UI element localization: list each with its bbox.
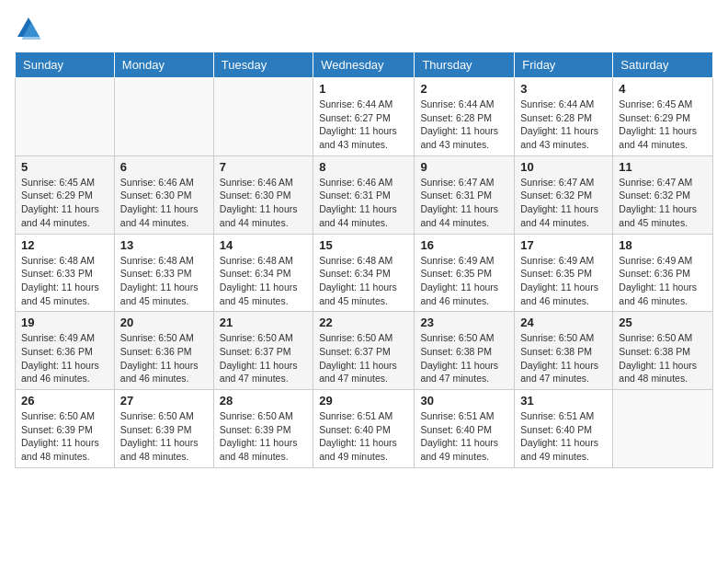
- calendar-cell: 5Sunrise: 6:45 AMSunset: 6:29 PMDaylight…: [16, 155, 115, 234]
- day-number: 3: [520, 82, 607, 96]
- day-header-friday: Friday: [515, 52, 613, 78]
- day-info: Sunrise: 6:49 AMSunset: 6:36 PMDaylight:…: [21, 331, 108, 385]
- calendar-cell: 20Sunrise: 6:50 AMSunset: 6:36 PMDayligh…: [114, 312, 213, 390]
- day-info: Sunrise: 6:50 AMSunset: 6:39 PMDaylight:…: [21, 409, 108, 464]
- calendar-cell: [213, 78, 313, 156]
- calendar-cell: 22Sunrise: 6:50 AMSunset: 6:37 PMDayligh…: [313, 312, 415, 390]
- calendar-cell: 23Sunrise: 6:50 AMSunset: 6:38 PMDayligh…: [415, 312, 515, 390]
- day-number: 23: [420, 316, 508, 329]
- day-info: Sunrise: 6:44 AMSunset: 6:27 PMDaylight:…: [319, 98, 408, 152]
- day-info: Sunrise: 6:49 AMSunset: 6:36 PMDaylight:…: [619, 254, 707, 308]
- day-number: 4: [619, 82, 707, 96]
- day-info: Sunrise: 6:50 AMSunset: 6:38 PMDaylight:…: [520, 331, 607, 385]
- calendar-cell: 1Sunrise: 6:44 AMSunset: 6:27 PMDaylight…: [313, 78, 415, 156]
- day-number: 14: [220, 238, 307, 252]
- day-number: 5: [21, 160, 108, 174]
- day-header-thursday: Thursday: [415, 52, 515, 78]
- calendar-cell: 7Sunrise: 6:46 AMSunset: 6:30 PMDaylight…: [213, 155, 313, 234]
- calendar-cell: 27Sunrise: 6:50 AMSunset: 6:39 PMDayligh…: [114, 390, 213, 468]
- calendar-cell: 11Sunrise: 6:47 AMSunset: 6:32 PMDayligh…: [613, 155, 713, 234]
- logo-icon: [15, 15, 42, 42]
- calendar-cell: [114, 78, 213, 156]
- day-number: 12: [21, 238, 108, 252]
- calendar-cell: 14Sunrise: 6:48 AMSunset: 6:34 PMDayligh…: [213, 234, 313, 312]
- day-number: 19: [21, 316, 108, 329]
- calendar-cell: 30Sunrise: 6:51 AMSunset: 6:40 PMDayligh…: [415, 390, 515, 468]
- day-header-tuesday: Tuesday: [213, 52, 313, 78]
- calendar-cell: 18Sunrise: 6:49 AMSunset: 6:36 PMDayligh…: [613, 234, 713, 312]
- calendar-cell: 9Sunrise: 6:47 AMSunset: 6:31 PMDaylight…: [415, 155, 515, 234]
- calendar-cell: 19Sunrise: 6:49 AMSunset: 6:36 PMDayligh…: [16, 312, 115, 390]
- day-info: Sunrise: 6:45 AMSunset: 6:29 PMDaylight:…: [619, 98, 707, 152]
- calendar-cell: 2Sunrise: 6:44 AMSunset: 6:28 PMDaylight…: [415, 78, 515, 156]
- day-number: 6: [120, 160, 208, 174]
- day-info: Sunrise: 6:47 AMSunset: 6:32 PMDaylight:…: [520, 176, 607, 230]
- calendar-week-row: 5Sunrise: 6:45 AMSunset: 6:29 PMDaylight…: [16, 155, 713, 234]
- calendar-cell: 10Sunrise: 6:47 AMSunset: 6:32 PMDayligh…: [515, 155, 613, 234]
- day-number: 2: [420, 82, 508, 96]
- day-info: Sunrise: 6:44 AMSunset: 6:28 PMDaylight:…: [420, 98, 508, 152]
- day-number: 28: [220, 394, 307, 408]
- calendar-cell: 28Sunrise: 6:50 AMSunset: 6:39 PMDayligh…: [213, 390, 313, 468]
- day-number: 18: [619, 238, 707, 252]
- calendar-cell: 21Sunrise: 6:50 AMSunset: 6:37 PMDayligh…: [213, 312, 313, 390]
- day-number: 9: [420, 160, 508, 174]
- day-number: 8: [319, 160, 408, 174]
- day-info: Sunrise: 6:48 AMSunset: 6:33 PMDaylight:…: [21, 254, 108, 308]
- day-number: 27: [120, 394, 208, 408]
- day-number: 22: [319, 316, 408, 329]
- day-info: Sunrise: 6:48 AMSunset: 6:34 PMDaylight:…: [220, 254, 307, 308]
- calendar-table: SundayMondayTuesdayWednesdayThursdayFrid…: [15, 52, 713, 468]
- day-number: 20: [120, 316, 208, 329]
- day-number: 21: [220, 316, 307, 329]
- day-info: Sunrise: 6:50 AMSunset: 6:37 PMDaylight:…: [220, 331, 307, 385]
- logo: [15, 15, 46, 42]
- day-info: Sunrise: 6:47 AMSunset: 6:31 PMDaylight:…: [420, 176, 508, 230]
- day-info: Sunrise: 6:50 AMSunset: 6:39 PMDaylight:…: [120, 409, 208, 464]
- calendar-cell: 6Sunrise: 6:46 AMSunset: 6:30 PMDaylight…: [114, 155, 213, 234]
- calendar-header-row: SundayMondayTuesdayWednesdayThursdayFrid…: [16, 52, 713, 78]
- calendar-cell: 16Sunrise: 6:49 AMSunset: 6:35 PMDayligh…: [415, 234, 515, 312]
- calendar-cell: 25Sunrise: 6:50 AMSunset: 6:38 PMDayligh…: [613, 312, 713, 390]
- day-info: Sunrise: 6:50 AMSunset: 6:36 PMDaylight:…: [120, 331, 208, 385]
- day-number: 17: [520, 238, 607, 252]
- day-info: Sunrise: 6:47 AMSunset: 6:32 PMDaylight:…: [619, 176, 707, 230]
- calendar-cell: 13Sunrise: 6:48 AMSunset: 6:33 PMDayligh…: [114, 234, 213, 312]
- calendar-cell: 8Sunrise: 6:46 AMSunset: 6:31 PMDaylight…: [313, 155, 415, 234]
- day-info: Sunrise: 6:48 AMSunset: 6:34 PMDaylight:…: [319, 254, 408, 308]
- calendar-cell: 24Sunrise: 6:50 AMSunset: 6:38 PMDayligh…: [515, 312, 613, 390]
- day-number: 29: [319, 394, 408, 408]
- day-number: 13: [120, 238, 208, 252]
- calendar-cell: 12Sunrise: 6:48 AMSunset: 6:33 PMDayligh…: [16, 234, 115, 312]
- day-info: Sunrise: 6:51 AMSunset: 6:40 PMDaylight:…: [520, 409, 607, 464]
- calendar-cell: [613, 390, 713, 468]
- day-number: 1: [319, 82, 408, 96]
- day-number: 11: [619, 160, 707, 174]
- day-number: 31: [520, 394, 607, 408]
- calendar-cell: 31Sunrise: 6:51 AMSunset: 6:40 PMDayligh…: [515, 390, 613, 468]
- calendar-cell: 3Sunrise: 6:44 AMSunset: 6:28 PMDaylight…: [515, 78, 613, 156]
- calendar-cell: 15Sunrise: 6:48 AMSunset: 6:34 PMDayligh…: [313, 234, 415, 312]
- day-info: Sunrise: 6:49 AMSunset: 6:35 PMDaylight:…: [520, 254, 607, 308]
- day-number: 7: [220, 160, 307, 174]
- day-number: 15: [319, 238, 408, 252]
- day-info: Sunrise: 6:50 AMSunset: 6:38 PMDaylight:…: [619, 331, 707, 385]
- day-info: Sunrise: 6:46 AMSunset: 6:30 PMDaylight:…: [120, 176, 208, 230]
- page-header: [15, 15, 713, 42]
- calendar-week-row: 26Sunrise: 6:50 AMSunset: 6:39 PMDayligh…: [16, 390, 713, 468]
- day-info: Sunrise: 6:51 AMSunset: 6:40 PMDaylight:…: [319, 409, 408, 464]
- day-info: Sunrise: 6:50 AMSunset: 6:38 PMDaylight:…: [420, 331, 508, 385]
- calendar-week-row: 1Sunrise: 6:44 AMSunset: 6:27 PMDaylight…: [16, 78, 713, 156]
- calendar-cell: 26Sunrise: 6:50 AMSunset: 6:39 PMDayligh…: [16, 390, 115, 468]
- day-number: 24: [520, 316, 607, 329]
- calendar-week-row: 19Sunrise: 6:49 AMSunset: 6:36 PMDayligh…: [16, 312, 713, 390]
- calendar-cell: 29Sunrise: 6:51 AMSunset: 6:40 PMDayligh…: [313, 390, 415, 468]
- day-info: Sunrise: 6:50 AMSunset: 6:39 PMDaylight:…: [220, 409, 307, 464]
- day-number: 10: [520, 160, 607, 174]
- day-header-sunday: Sunday: [16, 52, 115, 78]
- day-info: Sunrise: 6:50 AMSunset: 6:37 PMDaylight:…: [319, 331, 408, 385]
- day-info: Sunrise: 6:49 AMSunset: 6:35 PMDaylight:…: [420, 254, 508, 308]
- day-info: Sunrise: 6:51 AMSunset: 6:40 PMDaylight:…: [420, 409, 508, 464]
- day-number: 30: [420, 394, 508, 408]
- calendar-week-row: 12Sunrise: 6:48 AMSunset: 6:33 PMDayligh…: [16, 234, 713, 312]
